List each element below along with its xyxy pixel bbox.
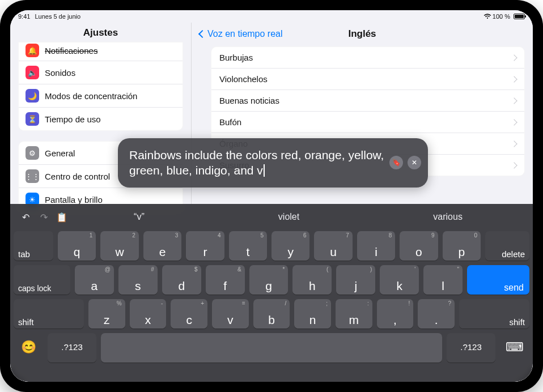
sliders-icon: ⋮⋮: [26, 169, 39, 183]
list-item[interactable]: Violonchelos: [211, 69, 524, 90]
key-numbers-right[interactable]: .?123: [447, 333, 495, 363]
sidebar-item-focus[interactable]: 🌙 Modos de concentración: [19, 84, 183, 108]
sidebar-item-label: Notificaciones: [45, 46, 97, 56]
key-p[interactable]: 0p: [443, 231, 481, 261]
key-numbers-left[interactable]: .?123: [48, 333, 96, 363]
chevron-right-icon: [511, 76, 517, 82]
sidebar-item-sounds[interactable]: 🔈 Sonidos: [19, 61, 183, 84]
key-b[interactable]: /b: [253, 299, 290, 329]
emoji-icon: 😊: [21, 340, 36, 355]
key-send[interactable]: send: [467, 265, 529, 295]
bell-icon: 🔔: [26, 44, 39, 57]
key-k[interactable]: 'k: [380, 265, 419, 295]
key-dismiss-keyboard[interactable]: ⌨: [500, 333, 529, 363]
key-space[interactable]: [101, 333, 442, 363]
key-e[interactable]: 3e: [143, 231, 181, 261]
status-time: 9:41: [18, 13, 30, 20]
sidebar-group-1: 🔔 Notificaciones 🔈 Sonidos 🌙 Modos de co…: [18, 42, 183, 131]
key-a[interactable]: @a: [75, 265, 114, 295]
chevron-right-icon: [511, 140, 517, 147]
sidebar-item-notifications[interactable]: 🔔 Notificaciones: [19, 42, 183, 61]
device-frame: 9:41 Lunes 5 de junio 100 % Ajustes 🔔 No: [0, 0, 543, 392]
nav-bar: Voz en tiempo real Inglés: [192, 23, 533, 45]
sidebar-item-label: Pantalla y brillo: [45, 195, 103, 204]
list-item-label: Buenas noticias: [219, 96, 279, 105]
sidebar-item-label: General: [45, 148, 75, 158]
key-y[interactable]: 6y: [272, 231, 309, 261]
key-v[interactable]: =v: [212, 299, 249, 329]
candidate[interactable]: violet: [272, 210, 306, 224]
battery-icon: [514, 14, 525, 19]
bookmark-button[interactable]: 🔖: [389, 156, 403, 169]
candidate[interactable]: “v”: [127, 210, 151, 224]
key-l[interactable]: "l: [423, 265, 463, 295]
sidebar-title: Ajustes: [10, 23, 191, 44]
status-bar: 9:41 Lunes 5 de junio 100 %: [10, 10, 533, 23]
screen: 9:41 Lunes 5 de junio 100 % Ajustes 🔔 No: [10, 10, 533, 382]
key-row-bottom: 😊 .?123 .?123 ⌨: [14, 333, 529, 363]
wifi-icon: [483, 13, 490, 20]
sidebar-item-label: Tiempo de uso: [45, 114, 101, 124]
bookmark-icon: 🔖: [392, 159, 401, 168]
close-icon: ✕: [412, 159, 417, 168]
key-o[interactable]: 9o: [400, 231, 438, 261]
key-shift-right[interactable]: shift: [459, 299, 529, 329]
key-caps-lock[interactable]: caps lock: [14, 265, 70, 295]
key-shift-left[interactable]: shift: [14, 299, 84, 329]
list-item[interactable]: Burbujas: [211, 47, 524, 69]
clipboard-icon[interactable]: 📋: [57, 212, 67, 222]
text-cursor: [264, 164, 265, 177]
candidate[interactable]: various: [426, 210, 469, 224]
key-c[interactable]: +c: [171, 299, 207, 329]
list-item[interactable]: Buenas noticias: [211, 90, 524, 112]
moon-icon: 🌙: [26, 89, 39, 103]
keyboard: ↶ ↷ 📋 “v” violet various tab 1q 2w 3e 4r…: [10, 204, 533, 382]
list-item-label: Burbujas: [219, 53, 253, 62]
chevron-right-icon: [511, 97, 517, 104]
speaker-icon: 🔈: [26, 66, 39, 79]
chevron-right-icon: [511, 162, 517, 168]
key-row-2: caps lock @a #s $d &f *g (h )j 'k "l sen…: [14, 265, 529, 295]
chevron-right-icon: [511, 119, 517, 125]
key-emoji[interactable]: 😊: [14, 333, 43, 363]
key-x[interactable]: -x: [130, 299, 167, 329]
key-g[interactable]: *g: [249, 265, 289, 295]
key-q[interactable]: 1q: [58, 231, 96, 261]
sidebar-item-screentime[interactable]: ⏳ Tiempo de uso: [19, 108, 183, 130]
key-i[interactable]: 8i: [357, 231, 395, 261]
back-button[interactable]: Voz en tiempo real: [200, 29, 283, 39]
status-date: Lunes 5 de junio: [35, 13, 80, 20]
hourglass-icon: ⏳: [26, 112, 39, 126]
key-m[interactable]: :m: [336, 299, 372, 329]
key-u[interactable]: 7u: [314, 231, 352, 261]
key-period[interactable]: ?.: [418, 299, 455, 329]
key-z[interactable]: %z: [88, 299, 125, 329]
key-s[interactable]: #s: [118, 265, 158, 295]
undo-icon[interactable]: ↶: [20, 212, 31, 222]
redo-icon[interactable]: ↷: [39, 212, 49, 222]
key-d[interactable]: $d: [162, 265, 201, 295]
key-comma[interactable]: !,: [377, 299, 414, 329]
close-button[interactable]: ✕: [408, 156, 421, 169]
key-r[interactable]: 4r: [186, 231, 224, 261]
key-j[interactable]: )j: [336, 265, 375, 295]
status-battery-text: 100 %: [493, 13, 510, 20]
list-item-label: Violonchelos: [219, 74, 268, 84]
key-n[interactable]: ;n: [294, 299, 331, 329]
key-delete[interactable]: delete: [485, 231, 529, 261]
sidebar-item-label: Centro de control: [45, 172, 110, 181]
list-item[interactable]: Bufón: [211, 112, 524, 133]
key-f[interactable]: &f: [206, 265, 245, 295]
key-row-3: shift %z -x +c =v /b ;n :m !, ?. shift: [14, 299, 529, 329]
key-tab[interactable]: tab: [14, 231, 53, 261]
chevron-left-icon: [198, 30, 206, 38]
key-w[interactable]: 2w: [100, 231, 138, 261]
sidebar-item-label: Sonidos: [45, 68, 75, 78]
back-label: Voz en tiempo real: [207, 29, 283, 39]
list-item-label: Bufón: [219, 117, 241, 127]
key-t[interactable]: 5t: [229, 231, 267, 261]
live-speech-bubble[interactable]: Rainbows include the colors red, orange,…: [118, 138, 428, 188]
candidates-bar: ↶ ↷ 📋 “v” violet various: [14, 207, 529, 227]
live-speech-text: Rainbows include the colors red, orange,…: [129, 148, 384, 177]
key-h[interactable]: (h: [292, 265, 332, 295]
